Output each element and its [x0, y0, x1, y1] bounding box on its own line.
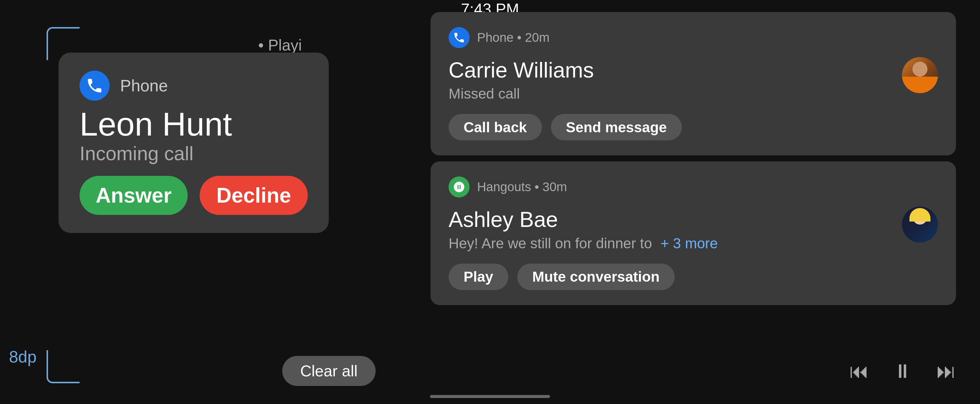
prev-track-button[interactable]: ⏮	[850, 360, 869, 382]
notification-card-phone: Phone • 20m Carrie Williams Missed call …	[431, 12, 956, 155]
phone-icon	[86, 77, 103, 95]
notif-sender-ashley: Ashley Bae	[449, 206, 902, 232]
dp-label: 8dp	[9, 347, 37, 366]
notification-panel: Phone • 20m Carrie Williams Missed call …	[431, 12, 956, 311]
avatar-carrie	[902, 57, 938, 93]
notif-actions-phone: Call back Send message	[449, 114, 938, 141]
notif-content-hangouts: Ashley Bae Hey! Are we still on for dinn…	[449, 206, 902, 251]
incoming-call-app-name: Phone	[120, 76, 168, 95]
notif-content-phone: Carrie Williams Missed call	[449, 57, 902, 102]
mute-conversation-button[interactable]: Mute conversation	[517, 263, 675, 290]
now-playing-hint: • Playi	[258, 36, 302, 54]
notif-message-ashley: Hey! Are we still on for dinner to + 3 m…	[449, 235, 902, 252]
media-controls: ⏮ ⏸ ⏭	[850, 360, 956, 382]
call-back-button[interactable]: Call back	[449, 114, 542, 141]
clear-all-button[interactable]: Clear all	[282, 356, 375, 386]
card-header: Phone	[80, 71, 308, 101]
caller-info: Leon Hunt Incoming call	[80, 106, 308, 165]
play-button[interactable]: Play	[449, 263, 508, 290]
phone-small-icon	[453, 31, 465, 44]
phone-notif-icon	[449, 27, 469, 48]
caller-name: Leon Hunt	[80, 106, 308, 142]
phone-notif-app-info: Phone • 20m	[477, 30, 549, 45]
next-track-button[interactable]: ⏭	[937, 360, 956, 382]
decline-button[interactable]: Decline	[200, 176, 308, 215]
send-message-button[interactable]: Send message	[551, 114, 682, 141]
phone-app-icon	[80, 71, 110, 101]
notif-sender-carrie: Carrie Williams	[449, 57, 902, 83]
avatar-ashley	[902, 206, 938, 243]
notif-header-phone: Phone • 20m	[449, 27, 938, 48]
notif-header-hangouts: Hangouts • 30m	[449, 176, 938, 198]
notification-card-hangouts: Hangouts • 30m Ashley Bae Hey! Are we st…	[431, 161, 956, 305]
call-status: Incoming call	[80, 142, 308, 165]
notif-more-count: + 3 more	[660, 235, 718, 251]
pause-button[interactable]: ⏸	[893, 360, 912, 382]
hangouts-small-icon	[453, 180, 465, 193]
hangouts-notif-app-info: Hangouts • 30m	[477, 180, 567, 194]
bottom-bar: Clear all ⏮ ⏸ ⏭	[258, 356, 980, 386]
answer-button[interactable]: Answer	[80, 176, 188, 215]
notif-actions-hangouts: Play Mute conversation	[449, 263, 938, 290]
call-actions: Answer Decline	[80, 176, 308, 215]
notif-body-phone: Carrie Williams Missed call	[449, 57, 938, 102]
corner-bracket-bottom-left	[46, 350, 80, 383]
notif-message-carrie: Missed call	[449, 85, 902, 102]
incoming-call-card: Phone Leon Hunt Incoming call Answer Dec…	[59, 53, 329, 233]
hangouts-notif-icon	[449, 176, 469, 198]
notif-body-hangouts: Ashley Bae Hey! Are we still on for dinn…	[449, 206, 938, 251]
home-indicator	[430, 395, 550, 398]
